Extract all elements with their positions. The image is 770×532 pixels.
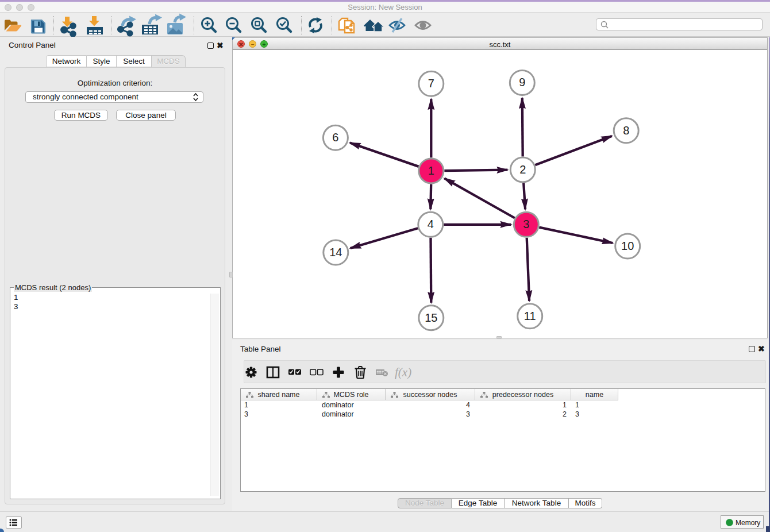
svg-text:2: 2 bbox=[519, 163, 526, 176]
svg-text:4: 4 bbox=[428, 218, 434, 230]
svg-text:10: 10 bbox=[621, 240, 634, 252]
svg-text:6: 6 bbox=[332, 131, 338, 144]
svg-text:8: 8 bbox=[623, 124, 629, 137]
svg-text:14: 14 bbox=[329, 246, 342, 259]
svg-text:f(x): f(x) bbox=[395, 365, 411, 379]
svg-text:15: 15 bbox=[425, 311, 437, 324]
svg-text:1: 1 bbox=[428, 164, 434, 177]
svg-text:9: 9 bbox=[519, 76, 525, 88]
svg-text:3: 3 bbox=[523, 218, 529, 230]
svg-text:11: 11 bbox=[524, 310, 536, 322]
svg-text:7: 7 bbox=[428, 77, 434, 90]
